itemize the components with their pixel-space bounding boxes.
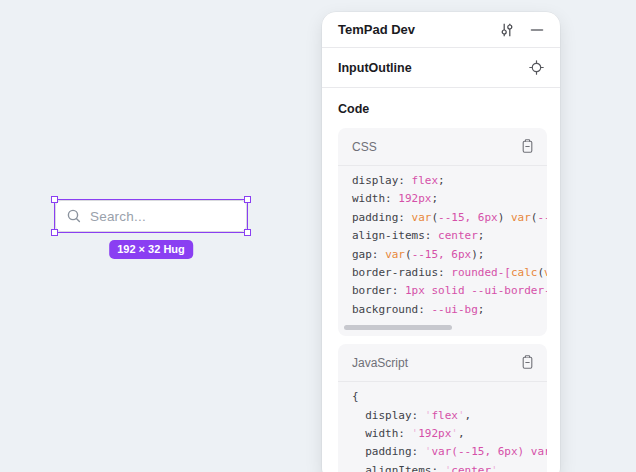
selection-handle-bottom-left[interactable] bbox=[51, 229, 58, 236]
selection-handle-bottom-right[interactable] bbox=[244, 229, 251, 236]
search-input: Search... bbox=[55, 200, 247, 232]
css-scrollbar-thumb[interactable] bbox=[344, 325, 452, 330]
css-horizontal-scrollbar[interactable] bbox=[344, 325, 539, 330]
javascript-code-body[interactable]: { display: 'flex', width: '192px', paddi… bbox=[338, 382, 547, 472]
copy-clipboard-icon[interactable] bbox=[520, 139, 535, 154]
css-code-body[interactable]: display: flex;width: 192px;padding: var(… bbox=[338, 166, 547, 323]
css-card-header: CSS bbox=[338, 128, 547, 166]
sliders-icon[interactable] bbox=[499, 22, 515, 38]
javascript-card-label: JavaScript bbox=[352, 356, 408, 370]
css-card-label: CSS bbox=[352, 140, 377, 154]
tempad-dev-panel: TemPad Dev InputOutline bbox=[322, 12, 560, 472]
minimize-icon[interactable] bbox=[530, 23, 544, 37]
selection-handle-top-right[interactable] bbox=[244, 196, 251, 203]
css-code-card: CSS display: flex;width: 192px;padding: … bbox=[338, 128, 547, 336]
panel-header: TemPad Dev bbox=[322, 12, 560, 48]
copy-clipboard-icon[interactable] bbox=[520, 355, 535, 370]
code-section-label: Code bbox=[338, 102, 544, 116]
selected-component-row[interactable]: InputOutline bbox=[322, 48, 560, 88]
selection-handle-top-left[interactable] bbox=[51, 196, 58, 203]
search-icon bbox=[66, 208, 82, 224]
component-name: InputOutline bbox=[338, 61, 412, 75]
crosshair-locate-icon[interactable] bbox=[529, 60, 544, 75]
search-placeholder: Search... bbox=[90, 209, 146, 224]
selected-search-component[interactable]: Search... bbox=[55, 200, 247, 232]
javascript-code-card: JavaScript { display: 'flex', width: '19… bbox=[338, 344, 547, 472]
panel-title: TemPad Dev bbox=[338, 22, 415, 37]
javascript-card-header: JavaScript bbox=[338, 344, 547, 382]
size-badge: 192 × 32 Hug bbox=[109, 240, 193, 259]
